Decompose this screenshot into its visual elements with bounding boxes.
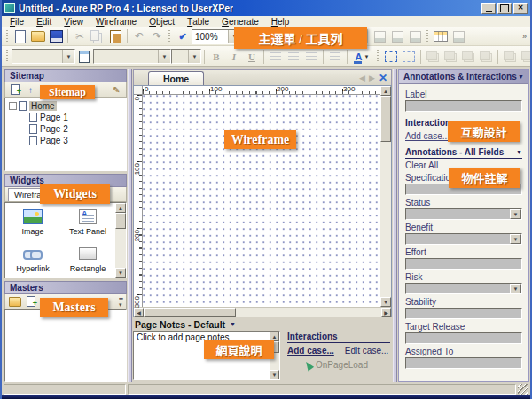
left-splitter[interactable] [128,69,132,382]
link-add-case[interactable]: Add case... [405,131,450,141]
scroll-left-icon[interactable]: ◀ [134,308,144,317]
window-bottom-border [2,395,530,399]
page-notes-header[interactable]: Page Notes - Default ▼ [133,317,392,330]
field-input-assigned-to[interactable] [405,357,522,369]
menu-table[interactable]: Table [181,16,215,27]
tree-node-label[interactable]: Page 3 [40,136,68,145]
menu-view[interactable]: View [58,16,90,27]
sitemap-node-home[interactable]: −Home [5,100,126,112]
chevron-down-icon[interactable]: ▼ [510,234,521,244]
field-select-status[interactable]: ▼ [405,208,522,220]
chevron-down-icon[interactable]: ▼ [510,209,521,219]
toolbar-grip[interactable] [376,50,380,63]
sitemap-node-page-3[interactable]: Page 3 [5,135,126,146]
menu-bar: FileEditViewWireframeObjectTableGenerate… [2,16,530,27]
field-select-risk[interactable]: ▼ [405,283,522,294]
tree-node-label[interactable]: Page 2 [40,124,68,134]
tree-node-label[interactable]: Page 1 [40,113,68,122]
onpageload-event[interactable]: OnPageLoad [316,360,368,370]
widgets-panel-title: Widgets [10,176,44,185]
new-folder-icon[interactable] [8,295,21,308]
add-page-icon[interactable] [8,83,21,96]
edit-page-icon[interactable]: ✎ [110,83,123,96]
field-input-stability[interactable] [405,308,522,319]
chevron-down-icon[interactable]: ▼ [516,149,522,155]
toolbar-overflow-icon[interactable]: » [520,28,528,44]
undo-icon: ↶ [130,28,148,44]
italic-icon: I [225,49,243,65]
save-icon[interactable] [47,28,65,44]
font-color-icon[interactable]: A▼ [350,49,374,65]
masters-overflow-icon[interactable]: ▪▪▾ [119,295,123,308]
style-editor-icon[interactable] [75,49,93,65]
tree-node-label[interactable]: Home [29,101,57,111]
chevron-down-icon[interactable]: ▼ [510,284,521,293]
chevron-down-icon[interactable]: ▼ [230,321,236,327]
menu-help[interactable]: Help [265,16,296,27]
table-icon[interactable] [432,28,450,44]
scroll-up-icon[interactable]: ▲ [115,203,126,213]
maximize-button[interactable] [497,3,512,14]
new-icon[interactable] [12,28,29,44]
move-up-icon[interactable]: ↑ [24,83,37,96]
menu-generate[interactable]: Generate [215,16,265,27]
send-backward-icon [477,49,495,65]
widget-rectangle[interactable]: Rectangle [60,243,115,278]
minimize-button[interactable] [481,3,496,14]
scroll-down-icon[interactable]: ▼ [270,370,279,379]
tree-expander-icon[interactable]: − [9,102,17,110]
widget-image[interactable]: Image [5,206,60,243]
bring-forward-icon [459,49,477,65]
widget-hyperlink[interactable]: Hyperlink [5,243,60,278]
widgets-scrollbar[interactable]: ▲ ▼ [115,203,126,278]
toolbar-grip[interactable] [426,30,430,43]
label-field-input[interactable] [405,100,522,112]
tab-scroll-left-icon[interactable]: ◀ [359,74,365,82]
scrollbar-thumb[interactable] [380,96,391,142]
scroll-right-icon[interactable]: ▶ [381,308,391,317]
toolbar-formatting: ▼▼▼BIUA▼ [2,46,530,67]
tab-home[interactable]: Home [148,71,204,85]
annotation-label-main-menu-toolbar: 主選單 / 工具列 [234,27,367,49]
toolbar-grip[interactable] [5,50,10,63]
paste-icon[interactable] [106,28,124,44]
add-master-icon[interactable] [24,295,37,308]
link-add-case[interactable]: Add case... [287,346,334,356]
page-icon [29,124,37,134]
menu-wireframe[interactable]: Wireframe [90,16,143,27]
sitemap-node-page-2[interactable]: Page 2 [5,123,126,135]
group-icon[interactable] [382,49,400,65]
chevron-down-icon[interactable]: ▼ [518,74,524,80]
field-input-target-release[interactable] [405,332,522,344]
ruler-tick-label: 100 [210,86,222,93]
field-input-effort[interactable] [405,258,522,270]
spellcheck-icon[interactable]: ✔ [174,28,192,44]
toolbar-grip[interactable] [5,30,10,43]
menu-edit[interactable]: Edit [30,16,58,27]
scrollbar-thumb[interactable] [144,308,236,317]
menu-object[interactable]: Object [143,16,181,27]
toolbar-grip[interactable] [168,30,172,43]
resize-grip[interactable] [518,384,528,395]
menu-file[interactable]: File [4,16,30,27]
field-select-benefit[interactable]: ▼ [405,233,522,245]
toolbar-separator [347,50,348,64]
tab-scroll-right-icon[interactable]: ▶ [369,74,375,82]
right-splitter[interactable] [393,69,397,382]
scroll-down-icon[interactable]: ▼ [380,297,391,307]
canvas-vertical-scrollbar[interactable]: ▲ ▼ [380,86,391,307]
widget-text-panel[interactable]: Text Panel [60,206,115,243]
sitemap-node-page-1[interactable]: Page 1 [5,112,126,123]
canvas-horizontal-scrollbar[interactable]: ◀ ▶ [134,307,391,317]
open-icon[interactable] [29,28,47,44]
scroll-up-icon[interactable]: ▲ [380,86,391,96]
annotations-panel-header: Annotations & Interactions ▼ [399,70,528,84]
scroll-down-icon[interactable]: ▼ [115,268,126,278]
close-button[interactable]: ✕ [513,3,528,14]
ungroup-icon[interactable] [400,49,418,65]
scrollbar-thumb[interactable] [115,213,126,229]
wireframe-canvas[interactable] [143,95,380,307]
link-edit-case[interactable]: Edit case... [345,346,388,356]
tab-close-icon[interactable]: ✕ [379,73,387,83]
sitemap-tree: −HomePage 1Page 2Page 3 [4,98,127,171]
